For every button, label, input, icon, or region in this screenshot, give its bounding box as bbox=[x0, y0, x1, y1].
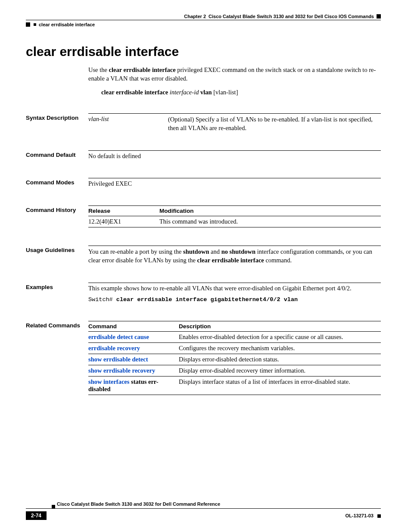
command-modes-label: Command Modes bbox=[26, 178, 88, 187]
running-head: clear errdisable interface bbox=[26, 22, 381, 27]
example-command: clear errdisable interface gigabitethern… bbox=[116, 296, 298, 303]
syntax-line: clear errdisable interface interface-id … bbox=[101, 89, 381, 96]
table-header-row: Release Modification bbox=[88, 206, 381, 216]
square-icon bbox=[26, 22, 30, 27]
description-cell: Configures the recovery mechanism variab… bbox=[179, 343, 381, 354]
syntax-param: vlan-list bbox=[88, 115, 168, 132]
usage-bold: clear errdisable interface bbox=[197, 257, 264, 264]
page-footer: Cisco Catalyst Blade Switch 3130 and 303… bbox=[26, 501, 381, 520]
usage-text: You can re-enable a port by using the bbox=[88, 248, 183, 255]
page-title: clear errdisable interface bbox=[26, 44, 381, 59]
command-cell: show errdisable recovery bbox=[88, 365, 179, 376]
footer-endcap-icon bbox=[377, 514, 381, 518]
examples-section: Examples This example shows how to re-en… bbox=[26, 283, 381, 303]
modification-cell: This command was introduced. bbox=[159, 216, 381, 227]
intro-command: clear errdisable interface bbox=[109, 66, 176, 73]
command-link[interactable]: errdisable recovery bbox=[88, 345, 140, 352]
command-history-label: Command History bbox=[26, 205, 88, 227]
table-row: errdisable detect cause Enables error-di… bbox=[88, 332, 381, 343]
command-default-label: Command Default bbox=[26, 150, 88, 160]
command-cell: show interfaces status err-disabled bbox=[88, 376, 179, 395]
intro-paragraph: Use the clear errdisable interface privi… bbox=[88, 66, 381, 83]
header-rule bbox=[26, 20, 381, 20]
usage-bold: shutdown bbox=[183, 248, 209, 255]
related-commands-label: Related Commands bbox=[26, 321, 88, 395]
description-cell: Displays error-disabled detection status… bbox=[179, 354, 381, 365]
command-link[interactable]: show errdisable detect bbox=[88, 356, 148, 363]
running-head-text: clear errdisable interface bbox=[39, 22, 95, 27]
square-small-icon bbox=[34, 23, 36, 26]
usage-guidelines-label: Usage Guidelines bbox=[26, 246, 88, 264]
usage-text: and bbox=[209, 248, 221, 255]
description-header: Description bbox=[179, 321, 381, 332]
footer-square-icon bbox=[52, 505, 55, 508]
table-row: show errdisable detect Displays error-di… bbox=[88, 354, 381, 365]
syntax-param-desc: (Optional) Specify a list of VLANs to be… bbox=[168, 115, 381, 132]
header-endcap-icon bbox=[377, 14, 381, 19]
command-link[interactable]: errdisable detect cause bbox=[88, 333, 149, 340]
examples-intro: This example shows how to re-enable all … bbox=[88, 285, 381, 292]
modification-header: Modification bbox=[159, 206, 381, 216]
command-history-table: Release Modification 12.2(40)EX1 This co… bbox=[88, 205, 381, 227]
usage-guidelines-body: You can re-enable a port by using the sh… bbox=[88, 246, 381, 264]
description-cell: Display error-disabled recovery timer in… bbox=[179, 365, 381, 376]
description-cell: Enables error-disabled detection for a s… bbox=[179, 332, 381, 343]
command-cell: show errdisable detect bbox=[88, 354, 179, 365]
command-default-body: No default is defined bbox=[88, 150, 381, 160]
syntax-arg2: [vlan-list] bbox=[213, 89, 238, 96]
footer-rule bbox=[26, 508, 381, 509]
table-header-row: Command Description bbox=[88, 321, 381, 332]
command-link[interactable]: show interfaces bbox=[88, 378, 129, 385]
syntax-description-section: Syntax Description vlan-list (Optional) … bbox=[26, 113, 381, 132]
page-number: 2-74 bbox=[26, 511, 47, 520]
command-history-section: Command History Release Modification 12.… bbox=[26, 205, 381, 227]
related-commands-section: Related Commands Command Description err… bbox=[26, 321, 381, 395]
command-modes-section: Command Modes Privileged EXEC bbox=[26, 178, 381, 187]
usage-text: command. bbox=[264, 257, 292, 264]
table-row: 12.2(40)EX1 This command was introduced. bbox=[88, 216, 381, 227]
table-row: show errdisable recovery Display error-d… bbox=[88, 365, 381, 376]
page-header: Chapter 2 Cisco Catalyst Blade Switch 31… bbox=[26, 14, 381, 19]
prompt: Switch# bbox=[88, 296, 116, 303]
examples-label: Examples bbox=[26, 283, 88, 303]
command-header: Command bbox=[88, 321, 179, 332]
syntax-description-body: vlan-list (Optional) Specify a list of V… bbox=[88, 113, 381, 132]
table-row: show interfaces status err-disabled Disp… bbox=[88, 376, 381, 395]
syntax-cmd1: clear errdisable interface bbox=[101, 89, 170, 96]
command-link[interactable]: show errdisable recovery bbox=[88, 367, 155, 374]
syntax-arg1: interface-id bbox=[170, 89, 199, 96]
release-header: Release bbox=[88, 206, 159, 216]
command-history-body: Release Modification 12.2(40)EX1 This co… bbox=[88, 205, 381, 227]
examples-code: Switch# clear errdisable interface gigab… bbox=[88, 296, 381, 303]
release-cell: 12.2(40)EX1 bbox=[88, 216, 159, 227]
examples-body: This example shows how to re-enable all … bbox=[88, 283, 381, 303]
footer-row: 2-74 OL-13271-03 bbox=[26, 511, 381, 520]
related-commands-table: Command Description errdisable detect ca… bbox=[88, 321, 381, 395]
intro-prefix: Use the bbox=[88, 66, 109, 73]
description-cell: Displays interface status of a list of i… bbox=[179, 376, 381, 395]
command-cell: errdisable recovery bbox=[88, 343, 179, 354]
footer-docid: OL-13271-03 bbox=[346, 513, 381, 518]
footer-book-title: Cisco Catalyst Blade Switch 3130 and 303… bbox=[57, 501, 381, 507]
chapter-title: Cisco Catalyst Blade Switch 3130 and 303… bbox=[209, 14, 374, 19]
syntax-description-label: Syntax Description bbox=[26, 113, 88, 132]
command-modes-body: Privileged EXEC bbox=[88, 178, 381, 187]
syntax-cmd2: vlan bbox=[199, 89, 213, 96]
doc-id: OL-13271-03 bbox=[346, 513, 374, 518]
syntax-row: vlan-list (Optional) Specify a list of V… bbox=[88, 115, 381, 132]
table-row: errdisable recovery Configures the recov… bbox=[88, 343, 381, 354]
usage-guidelines-section: Usage Guidelines You can re-enable a por… bbox=[26, 246, 381, 264]
command-cell: errdisable detect cause bbox=[88, 332, 179, 343]
command-default-section: Command Default No default is defined bbox=[26, 150, 381, 160]
usage-bold: no shutdown bbox=[221, 248, 255, 255]
related-commands-body: Command Description errdisable detect ca… bbox=[88, 321, 381, 395]
chapter-label: Chapter 2 bbox=[184, 14, 206, 19]
